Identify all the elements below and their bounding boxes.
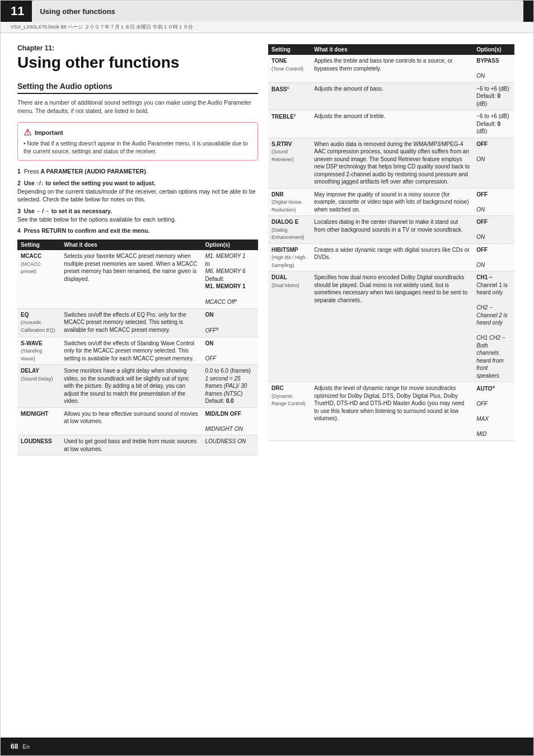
right-column: Setting What it does Option(s) TONE (Ton… [268,44,514,456]
setting-options-loudness: LOUDNESS ON [202,435,258,456]
setting-name-dialoge: DIALOG E (Dialog Enhancement) [268,216,311,244]
step-num-4: 4 [17,227,21,234]
setting-options-delay: 0.0 to 6.0 (frames) 1 second = 25 frames… [202,365,258,408]
left-param-table: Setting What it does Option(s) MCACC (MC… [17,240,258,456]
setting-options-srtrv: OFF ON [473,138,514,188]
important-box: ⚠ Important • Note that if a setting doe… [17,122,258,161]
setting-name-midnight: MIDNIGHT [17,407,60,435]
table-row: HIBITSMP (High Bit / High Sampling) Crea… [268,243,514,271]
setting-name-swave: S-WAVE (Standing Wave) [17,337,60,365]
left-column: Chapter 11: Using other functions Settin… [17,44,258,456]
setting-name-drc: DRC (Dynamic Range Control) [268,382,311,441]
setting-name-tone: TONE (Tone Control) [268,55,311,82]
right-table-header-options: Option(s) [473,44,514,55]
setting-options-swave: ON OFF [202,337,258,365]
chapter-number: 11 [11,4,32,18]
table-row: LOUDNESS Used to get good bass and trebl… [17,435,258,456]
setting-options-dual: CH1 − Channel 1 is heard only CH2 − Chan… [473,271,514,382]
setting-desc-eq: Switches on/off the effects of EQ Pro. o… [60,308,202,337]
top-bar-title: Using other functions [32,1,523,22]
setting-options-hibitsmp: OFF ON [473,243,514,271]
table-row: DIALOG E (Dialog Enhancement) Localizes … [268,216,514,244]
setting-desc-drc: Adjusts the level of dynamic range for m… [311,382,473,441]
filepath-bar: VSX_LX60LX70.book 68 ページ ２００７年７月１８日 水曜日 … [1,22,533,33]
setting-desc-swave: Switches on/off the effects of Standing … [60,337,202,365]
table-row: BASSc Adjusts the amount of bass. −6 to … [268,82,514,110]
page-number: 68 [11,743,18,750]
setting-name-loudness: LOUDNESS [17,435,60,456]
main-content: Chapter 11: Using other functions Settin… [1,33,533,467]
setting-name-mcacc: MCACC (MCACC preset) [17,250,60,308]
setting-name-hibitsmp: HIBITSMP (High Bit / High Sampling) [268,243,311,271]
step-1: 1 Press A PARAMETER (AUDIO PARAMETER). [17,167,258,176]
chapter-label: Chapter 11: [17,44,258,52]
step-num-1: 1 [17,168,21,175]
setting-options-mcacc: M1. MEMORY 1 to M6. MEMORY 6 Default: M1… [202,250,258,308]
table-row: MCACC (MCACC preset) Selects your favori… [17,250,258,308]
warning-icon: ⚠ [24,127,31,138]
setting-options-dialoge: OFF ON [473,216,514,244]
setting-options-midnight: MID/LDN OFF MIDNIGHT ON [202,407,258,435]
step-num-2: 2 [17,180,21,186]
setting-name-srtrv: S.RTRV (Sound Retriever) [268,138,311,188]
right-table-header-whatitdoes: What it does [311,44,473,55]
top-bar: 11 Using other functions [1,1,533,22]
left-table-header-whatitdoes: What it does [60,240,202,250]
setting-name-dnr: DNR (Digital Noise Reduction) [268,188,311,216]
step-3: 3 Use ←/→ to set it as necessary. See th… [17,207,258,223]
setting-name-eq: EQ (Acoustic Calibration EQ) [17,308,60,337]
setting-options-drc: AUTOd OFF MAX MID [473,382,514,441]
left-table-header-setting: Setting [17,240,60,250]
setting-desc-hibitsmp: Creates a wider dynamic range with digit… [311,243,473,271]
table-row: S-WAVE (Standing Wave) Switches on/off t… [17,337,258,365]
table-row: DUAL (Dual Mono) Specifies how dual mono… [268,271,514,382]
setting-name-bass: BASSc [268,82,311,110]
table-row: TREBLEc Adjusts the amount of treble. −6… [268,110,514,138]
right-table-header-setting: Setting [268,44,311,55]
setting-name-delay: DELAY (Sound Delay) [17,365,60,408]
table-row: DRC (Dynamic Range Control) Adjusts the … [268,382,514,441]
page: 11 Using other functions VSX_LX60LX70.bo… [0,0,534,756]
table-row: DELAY (Sound Delay) Some monitors have a… [17,365,258,408]
step-num-3: 3 [17,208,21,214]
important-label: Important [35,129,63,136]
table-row: DNR (Digital Noise Reduction) May improv… [268,188,514,216]
table-row: MIDNIGHT Allows you to hear effective su… [17,407,258,435]
chapter-title: Using other functions [17,54,258,72]
step-4: 4 Press RETURN to confirm and exit the m… [17,227,258,235]
setting-desc-midnight: Allows you to hear effective surround so… [60,407,202,435]
setting-desc-dnr: May improve the quality of sound in a no… [311,188,473,216]
setting-desc-mcacc: Selects your favorite MCACC preset memor… [60,250,202,308]
section-desc: There are a number of additional sound s… [17,98,258,115]
setting-desc-tone: Applies the treble and bass tone control… [311,55,473,82]
section-title: Setting the Audio options [17,82,258,94]
setting-options-bass: −6 to +6 (dB) Default: 0 (dB) [473,82,514,110]
setting-desc-delay: Some monitors have a slight delay when s… [60,365,202,408]
setting-options-eq: ON OFFb [202,308,258,337]
setting-name-dual: DUAL (Dual Mono) [268,271,311,382]
setting-options-tone: BYPASS ON [473,55,514,82]
language-label: En [22,744,30,750]
setting-options-dnr: OFF ON [473,188,514,216]
important-title: ⚠ Important [24,127,252,138]
setting-desc-treble: Adjusts the amount of treble. [311,110,473,138]
setting-name-treble: TREBLEc [268,110,311,138]
left-table-header-options: Option(s) [202,240,258,250]
setting-desc-bass: Adjusts the amount of bass. [311,82,473,110]
right-param-table: Setting What it does Option(s) TONE (Ton… [268,44,514,441]
setting-desc-dual: Specifies how dual mono encoded Dolby Di… [311,271,473,382]
table-row: TONE (Tone Control) Applies the treble a… [268,55,514,82]
step-2: 2 Use ↑/↓ to select the setting you want… [17,179,258,204]
setting-desc-dialoge: Localizes dialog in the center channel t… [311,216,473,244]
bottom-bar: 68 En [1,738,533,755]
setting-desc-srtrv: When audio data is removed during the WM… [311,138,473,188]
setting-desc-loudness: Used to get good bass and treble from mu… [60,435,202,456]
table-row: EQ (Acoustic Calibration EQ) Switches on… [17,308,258,337]
filepath-text: VSX_LX60LX70.book 68 ページ ２００７年７月１８日 水曜日 … [11,24,193,31]
table-row: S.RTRV (Sound Retriever) When audio data… [268,138,514,188]
important-bullet: • Note that if a setting doesn't appear … [24,140,252,156]
setting-options-treble: −6 to +6 (dB) Default: 0 (dB) [473,110,514,138]
